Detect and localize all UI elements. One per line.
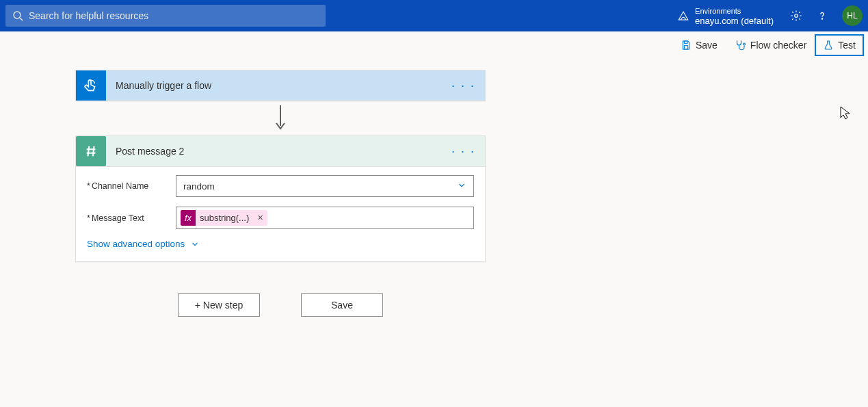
settings-button[interactable] xyxy=(790,10,802,22)
action-card[interactable]: Post message 2 · · · *Channel Name rando… xyxy=(75,135,486,262)
arrow-down-icon xyxy=(274,105,287,131)
svg-line-1 xyxy=(20,18,23,21)
gear-icon xyxy=(790,10,802,22)
hash-icon xyxy=(83,144,98,159)
message-text-row: *Message Text fx substring(...) ✕ xyxy=(87,207,474,229)
touch-icon xyxy=(83,78,98,93)
svg-point-2 xyxy=(795,14,798,18)
svg-point-6 xyxy=(743,43,745,45)
new-step-button[interactable]: + New step xyxy=(178,293,260,317)
action-title: Post message 2 xyxy=(116,146,451,157)
avatar[interactable]: HL xyxy=(842,5,863,26)
search-box[interactable] xyxy=(5,5,326,27)
flow-canvas: Manually trigger a flow · · · Post messa… xyxy=(0,59,868,317)
token-remove[interactable]: ✕ xyxy=(253,213,267,222)
top-header: Environments enayu.com (default) HL xyxy=(0,0,868,31)
channel-name-label: *Channel Name xyxy=(87,181,176,191)
environment-picker[interactable]: Environments enayu.com (default) xyxy=(677,6,774,26)
trigger-header[interactable]: Manually trigger a flow · · · xyxy=(76,70,485,101)
chevron-down-icon xyxy=(190,239,200,249)
flow-checker-button[interactable]: Flow checker xyxy=(726,34,815,57)
show-advanced-options[interactable]: Show advanced options xyxy=(87,239,474,249)
action-menu[interactable]: · · · xyxy=(451,144,475,159)
environment-label: Environments xyxy=(695,6,774,16)
flask-icon xyxy=(823,40,834,51)
test-label: Test xyxy=(838,40,856,51)
svg-point-0 xyxy=(14,12,21,18)
fx-icon: fx xyxy=(181,210,196,226)
expression-token-label: substring(...) xyxy=(196,213,253,223)
save-button[interactable]: Save xyxy=(672,34,726,56)
mouse-cursor-icon xyxy=(839,105,852,120)
channel-name-row: *Channel Name random xyxy=(87,175,474,197)
save-label: Save xyxy=(696,40,718,51)
environment-icon xyxy=(677,10,689,22)
action-body: *Channel Name random *Message Text xyxy=(76,166,485,261)
search-icon xyxy=(12,10,23,21)
save-step-button[interactable]: Save xyxy=(301,293,383,317)
svg-line-10 xyxy=(88,146,89,157)
trigger-title: Manually trigger a flow xyxy=(116,80,451,91)
editor-toolbar: Save Flow checker Test xyxy=(0,31,868,59)
help-icon xyxy=(816,10,828,22)
bottom-buttons: + New step Save xyxy=(75,293,486,317)
connector-arrow xyxy=(75,105,486,131)
channel-name-value: random xyxy=(183,181,215,192)
channel-name-select[interactable]: random xyxy=(176,175,474,197)
message-text-input[interactable]: fx substring(...) ✕ xyxy=(176,207,474,229)
svg-line-11 xyxy=(93,146,94,157)
environment-name: enayu.com (default) xyxy=(695,16,774,26)
expression-token[interactable]: fx substring(...) ✕ xyxy=(181,210,267,226)
save-icon xyxy=(681,40,692,51)
help-button[interactable] xyxy=(816,10,828,22)
svg-rect-4 xyxy=(684,41,687,43)
action-header[interactable]: Post message 2 · · · xyxy=(76,136,485,166)
chevron-down-icon xyxy=(457,181,466,192)
test-button[interactable]: Test xyxy=(815,34,864,56)
trigger-card[interactable]: Manually trigger a flow · · · xyxy=(75,70,486,101)
trigger-icon xyxy=(76,70,106,101)
search-input[interactable] xyxy=(29,10,319,21)
flow-checker-label: Flow checker xyxy=(750,40,806,51)
trigger-menu[interactable]: · · · xyxy=(451,79,475,93)
advanced-label: Show advanced options xyxy=(87,239,185,249)
action-icon xyxy=(76,136,106,166)
message-text-label: *Message Text xyxy=(87,213,176,223)
svg-rect-5 xyxy=(684,46,687,49)
svg-point-3 xyxy=(821,18,822,19)
stethoscope-icon xyxy=(734,39,746,51)
